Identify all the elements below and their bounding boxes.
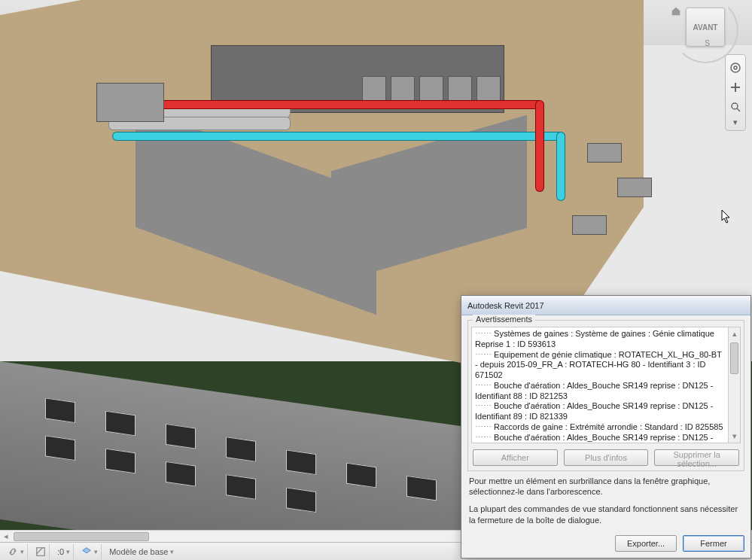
warning-text: Systèmes de gaines : Système de gaines :… [475, 329, 714, 348]
svg-marker-5 [83, 547, 91, 552]
tree-connector-icon: ⋯⋯ [475, 422, 494, 431]
warning-text: Raccords de gaine : Extrémité arrondie :… [494, 422, 723, 431]
export-button[interactable]: Exporter... [615, 535, 677, 552]
viewcube-compass-s: S [705, 39, 710, 47]
svg-line-3 [737, 108, 740, 111]
scrollbar-thumb[interactable] [14, 532, 149, 541]
status-model-base[interactable]: Modèle de base ▾ [106, 544, 177, 559]
tree-connector-icon: ⋯⋯ [475, 381, 494, 390]
scrollbar-thumb[interactable] [730, 342, 738, 374]
help-text-1: Pour mettre un élément en surbrillance d… [461, 474, 750, 503]
group-title: Avertissements [473, 315, 535, 324]
status-visual-style-icon[interactable]: ▾ [78, 544, 102, 559]
show-button[interactable]: Afficher [473, 449, 558, 466]
warning-item[interactable]: ⋯⋯ Systèmes de gaines : Système de gaine… [475, 329, 725, 350]
svg-point-2 [732, 103, 738, 109]
skylight [617, 178, 652, 197]
skylight [587, 143, 622, 163]
scroll-up-icon[interactable]: ▴ [729, 327, 740, 339]
rooftop-unit [96, 83, 164, 122]
pan-icon[interactable] [727, 79, 744, 96]
status-clip-icon[interactable] [32, 544, 50, 559]
status-link-icon[interactable]: ▾ [5, 544, 28, 559]
warning-item[interactable]: ⋯⋯ Raccords de gaine : Extrémité arrondi… [475, 422, 725, 433]
navigation-bar: ▾ [725, 54, 746, 131]
duct-return [113, 132, 565, 140]
status-scale[interactable]: :0 ▾ [54, 544, 74, 559]
close-button[interactable]: Fermer [683, 535, 744, 552]
scale-value: :0 [57, 547, 64, 556]
tree-connector-icon: ⋯⋯ [475, 433, 494, 442]
svg-point-1 [734, 66, 737, 69]
warning-item[interactable]: ⋯⋯ Bouche d'aération : Aldes_Bouche SR14… [475, 381, 725, 402]
dialog-title: Autodesk Revit 2017 [467, 301, 544, 310]
tree-vertical-scrollbar[interactable]: ▴ ▾ [728, 327, 740, 443]
duct-return [557, 132, 565, 200]
help-text-2: La plupart des commandes de vue standard… [461, 502, 750, 531]
cursor-arrow-icon [721, 209, 732, 224]
warning-item[interactable]: ⋯⋯ Equipement de génie climatique : ROTA… [475, 350, 725, 381]
warning-text: Bouche d'aération : Aldes_Bouche SR149 r… [475, 381, 713, 400]
navbar-expand-icon[interactable]: ▾ [727, 118, 744, 126]
tree-connector-icon: ⋯⋯ [475, 329, 494, 338]
model-base-label: Modèle de base [109, 547, 168, 556]
svg-rect-4 [37, 547, 45, 555]
zoom-region-icon[interactable] [727, 99, 744, 115]
warnings-dialog: Autodesk Revit 2017 Avertissements ⋯⋯ Sy… [461, 295, 751, 558]
skylight [572, 215, 607, 235]
delete-selection-button[interactable]: Supprimer la sélection... [654, 449, 739, 466]
warning-text: Equipement de génie climatique : ROTATEC… [475, 350, 722, 380]
svg-point-0 [731, 63, 740, 72]
warning-item[interactable]: ⋯⋯ Bouche d'aération : Aldes_Bouche SR14… [475, 433, 725, 443]
scroll-down-icon[interactable]: ▾ [729, 431, 740, 443]
scroll-left-icon[interactable]: ◂ [0, 531, 12, 543]
warning-item[interactable]: ⋯⋯ Bouche d'aération : Aldes_Bouche SR14… [475, 401, 725, 422]
chevron-down-icon: ▾ [20, 548, 24, 555]
warnings-tree[interactable]: ⋯⋯ Systèmes de gaines : Système de gaine… [472, 327, 728, 443]
warning-text: Bouche d'aération : Aldes_Bouche SR149 r… [475, 401, 713, 421]
home-icon[interactable] [671, 6, 681, 17]
duct-supply [536, 101, 543, 191]
tree-connector-icon: ⋯⋯ [475, 350, 494, 359]
dialog-titlebar[interactable]: Autodesk Revit 2017 [461, 296, 750, 315]
viewcube-face-label: AVANT [693, 23, 718, 32]
more-info-button[interactable]: Plus d'infos [564, 449, 649, 466]
duct-supply [113, 101, 542, 108]
steering-wheel-icon[interactable] [727, 59, 744, 76]
warning-text: Bouche d'aération : Aldes_Bouche SR149 r… [475, 433, 713, 443]
tree-connector-icon: ⋯⋯ [475, 401, 494, 410]
